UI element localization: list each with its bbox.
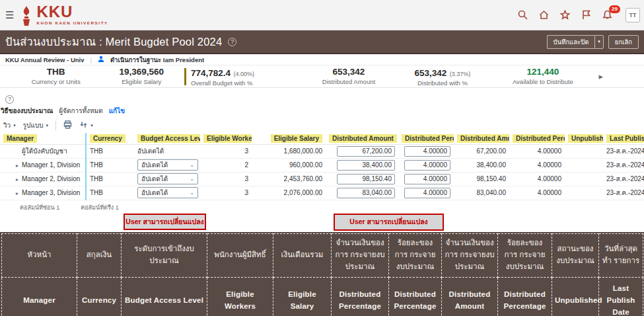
col-header-dist-pct-edit-label: Distributed Percentage	[402, 134, 454, 143]
col-header-eligible-workers-label: Eligible Workers	[203, 134, 252, 143]
dist-pct-input[interactable]	[404, 160, 450, 171]
search-icon[interactable]	[517, 9, 528, 20]
metric-overall-budget-value: 774,782.4	[191, 68, 231, 78]
format-dropdown[interactable]: รูปแบบ ▾	[23, 120, 48, 130]
mapping-cell: Distributed Amount	[442, 277, 498, 316]
col-header-currency[interactable]: Currency	[86, 133, 134, 144]
kku-logo-mark-icon	[19, 6, 34, 26]
metric-overall-budget: 774,782.4 (4.00%) Overall Budget with %	[184, 66, 299, 87]
col-header-access-level[interactable]: Budget Access Level	[134, 133, 200, 144]
chevron-down-icon: ▾	[90, 123, 93, 128]
dist-amount-cell: 98,150.40	[454, 172, 509, 186]
col-header-dist-amount[interactable]: Distributed Amount	[454, 133, 509, 144]
menu-icon[interactable]: ☰	[4, 9, 19, 21]
save-and-close-button[interactable]: บันทึกและปิด	[547, 35, 595, 49]
budget-method-label: วิธีของงบประมาณ	[1, 106, 53, 116]
eligible-salary-cell: 1,680,000.00	[252, 144, 326, 158]
metric-distributed-amount-value: 653,342	[299, 67, 398, 78]
save-options-chevron-icon[interactable]: ▾	[594, 35, 604, 49]
table-row: ▸Manager 2, Division THB อัปเดตได้⌄ 3 2,…	[0, 172, 644, 186]
mapping-cell: เงินเดือนรวม	[273, 233, 332, 277]
metric-overall-budget-label: Overall Budget with %	[191, 79, 254, 87]
manager-cell[interactable]: ▸Manager 1, Division	[0, 158, 86, 172]
section-help-icon[interactable]: ?	[5, 95, 14, 104]
access-level-select[interactable]: อัปเดตได้⌄	[137, 187, 198, 198]
mapping-cell: ร้อยละของการ กระจายงบประมาณ	[389, 233, 442, 277]
mapping-cell: Eligible Salary	[273, 277, 332, 316]
access-level-value: อัปเดตได้	[141, 188, 168, 198]
budget-method-row: วิธีของงบประมาณ ผู้จัดการทั้งหมด แก้ไข	[0, 104, 644, 117]
dist-amount-input[interactable]	[337, 174, 395, 184]
user-avatar[interactable]: TT	[626, 8, 640, 22]
mapping-cell: วันที่ล่าสุดทำ รายการ	[599, 233, 643, 277]
expand-row-icon[interactable]: ▸	[16, 177, 18, 182]
unpublished-cell	[565, 186, 603, 200]
currency-cell: THB	[86, 172, 134, 186]
print-icon[interactable]	[63, 120, 72, 130]
hidden-columns-info[interactable]: คอลัมน์ที่ซ่อน 1	[20, 203, 59, 212]
expand-row-icon[interactable]: ▸	[16, 190, 18, 196]
chevron-down-icon: ⌄	[190, 162, 194, 168]
chevron-down-icon: ⌄	[190, 190, 194, 196]
context-separator: |	[90, 56, 91, 63]
eligible-workers-cell: 2	[200, 158, 252, 172]
notifications-bell-icon[interactable]: 29	[602, 9, 613, 20]
metrics-scroll-right-icon[interactable]: ▸	[598, 71, 603, 81]
eligible-salary-cell: 960,000.00	[252, 158, 326, 172]
mapping-cell: ระดับการเข้าถึงงบประมาณ	[122, 233, 207, 277]
frozen-columns-info[interactable]: คอลัมน์ที่ตรึง 1	[81, 203, 119, 212]
format-dropdown-label: รูปแบบ	[23, 120, 44, 130]
col-header-last-publish[interactable]: Last Publish Date	[603, 133, 644, 144]
table-row: ผู้ใต้บังคับบัญชา THB อัปเดตได้ 3 1,680,…	[0, 144, 644, 158]
mapping-cell: พนักงานผู้มีสิทธิ์	[207, 233, 273, 277]
eligible-salary-cell: 2,076,000.00	[252, 186, 326, 200]
page-title: ปันส่วนงบประมาณ : Merit Bugdet Pool 2024	[5, 33, 222, 50]
col-header-eligible-salary[interactable]: Eligible Salary	[252, 133, 326, 144]
manager-cell[interactable]: ▸Manager 3, Division	[0, 186, 86, 200]
dist-pct-input[interactable]	[404, 174, 450, 184]
home-icon[interactable]	[538, 9, 550, 20]
col-header-unpublished[interactable]: Unpublished	[565, 133, 603, 144]
col-header-currency-label: Currency	[90, 134, 125, 143]
context-bar: KKU Annual Review - Univ | ดำเนินการในฐา…	[0, 54, 644, 65]
eligible-salary-cell: 2,453,760.00	[252, 172, 326, 186]
edit-link[interactable]: แก้ไข	[109, 106, 125, 116]
budget-metrics-strip: THB Currency or Units 19,369,560 Eligibl…	[0, 65, 644, 88]
mapping-cell: Last Publish Date	[599, 277, 643, 316]
mapping-cell: หัวหน้า	[2, 233, 77, 277]
col-header-dist-amount-edit[interactable]: Distributed Amount	[326, 133, 398, 144]
manager-cell[interactable]: ▸Manager 2, Division	[0, 172, 86, 186]
dist-amount-cell: 38,400.00	[454, 158, 509, 172]
col-header-manager[interactable]: Manager	[0, 133, 86, 144]
col-header-dist-pct-edit[interactable]: Distributed Percentage	[398, 133, 454, 144]
col-header-eligible-workers[interactable]: Eligible Workers	[200, 133, 252, 144]
metric-eligible-salary: 19,369,560 Eligible Salary	[98, 67, 184, 86]
export-icon	[79, 120, 88, 130]
manager-name: Manager 3, Division	[22, 189, 80, 196]
logo-text: KKU	[36, 4, 108, 20]
access-level-select[interactable]: อัปเดตได้⌄	[137, 173, 198, 184]
dist-amount-input[interactable]	[337, 188, 395, 198]
expand-row-icon[interactable]: ▸	[16, 163, 18, 169]
mapping-cell: Budget Access Level	[122, 277, 207, 316]
currency-cell: THB	[86, 186, 134, 200]
cancel-button[interactable]: ยกเลิก	[608, 35, 639, 49]
metric-distributed-pct: 653,342 (3.37%) Distributed with %	[398, 66, 487, 87]
col-header-dist-pct[interactable]: Distributed Percentage	[509, 133, 565, 144]
flag-icon[interactable]	[581, 9, 592, 20]
title-help-icon[interactable]: ?	[228, 38, 236, 46]
view-dropdown[interactable]: วิว ▾	[3, 120, 16, 130]
budget-accent-bar	[184, 68, 186, 85]
dist-pct-input[interactable]	[404, 146, 450, 157]
access-level-select[interactable]: อัปเดตได้⌄	[137, 159, 198, 171]
budget-method-value: ผู้จัดการทั้งหมด	[59, 106, 102, 116]
eligible-workers-cell: 3	[200, 172, 252, 186]
app-bar: ☰ KKU KHON KAEN UNIVERSITY 29 TT	[0, 0, 644, 30]
export-dropdown[interactable]: ▾	[79, 120, 93, 130]
dist-amount-input[interactable]	[337, 160, 395, 171]
mapping-cell: Eligible Workers	[207, 277, 273, 316]
dist-amount-input[interactable]	[337, 146, 395, 157]
dist-pct-input[interactable]	[404, 188, 450, 198]
favorites-star-icon[interactable]	[559, 9, 571, 20]
mapping-header-english-row: Manager Currency Budget Access Level Eli…	[2, 277, 643, 316]
